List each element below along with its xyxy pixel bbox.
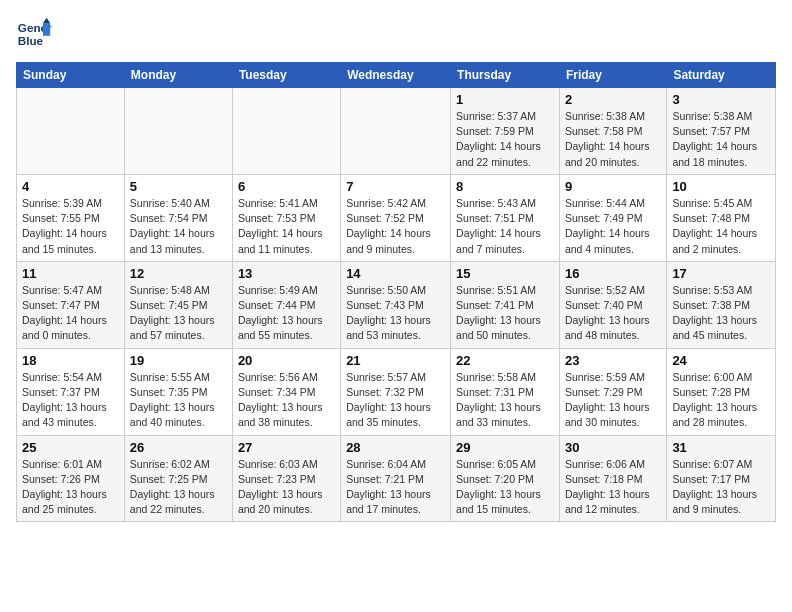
weekday-header-wednesday: Wednesday — [341, 63, 451, 88]
calendar-cell: 3Sunrise: 5:38 AM Sunset: 7:57 PM Daylig… — [667, 88, 776, 175]
logo-icon: General Blue — [16, 16, 52, 52]
calendar-cell: 2Sunrise: 5:38 AM Sunset: 7:58 PM Daylig… — [559, 88, 666, 175]
calendar-cell: 17Sunrise: 5:53 AM Sunset: 7:38 PM Dayli… — [667, 261, 776, 348]
day-number: 2 — [565, 92, 661, 107]
calendar-cell: 5Sunrise: 5:40 AM Sunset: 7:54 PM Daylig… — [124, 174, 232, 261]
day-number: 6 — [238, 179, 335, 194]
calendar-cell: 4Sunrise: 5:39 AM Sunset: 7:55 PM Daylig… — [17, 174, 125, 261]
calendar-cell: 22Sunrise: 5:58 AM Sunset: 7:31 PM Dayli… — [451, 348, 560, 435]
day-number: 17 — [672, 266, 770, 281]
calendar-cell: 25Sunrise: 6:01 AM Sunset: 7:26 PM Dayli… — [17, 435, 125, 522]
day-number: 29 — [456, 440, 554, 455]
calendar-cell: 15Sunrise: 5:51 AM Sunset: 7:41 PM Dayli… — [451, 261, 560, 348]
calendar-cell: 29Sunrise: 6:05 AM Sunset: 7:20 PM Dayli… — [451, 435, 560, 522]
day-info: Sunrise: 6:03 AM Sunset: 7:23 PM Dayligh… — [238, 457, 335, 518]
day-number: 8 — [456, 179, 554, 194]
day-number: 5 — [130, 179, 227, 194]
day-info: Sunrise: 5:38 AM Sunset: 7:57 PM Dayligh… — [672, 109, 770, 170]
header: General Blue — [16, 16, 776, 52]
day-number: 25 — [22, 440, 119, 455]
calendar-table: SundayMondayTuesdayWednesdayThursdayFrid… — [16, 62, 776, 522]
day-info: Sunrise: 6:06 AM Sunset: 7:18 PM Dayligh… — [565, 457, 661, 518]
calendar-cell — [341, 88, 451, 175]
day-info: Sunrise: 5:43 AM Sunset: 7:51 PM Dayligh… — [456, 196, 554, 257]
calendar-cell — [124, 88, 232, 175]
day-number: 22 — [456, 353, 554, 368]
day-info: Sunrise: 5:52 AM Sunset: 7:40 PM Dayligh… — [565, 283, 661, 344]
day-info: Sunrise: 5:57 AM Sunset: 7:32 PM Dayligh… — [346, 370, 445, 431]
weekday-header-friday: Friday — [559, 63, 666, 88]
day-info: Sunrise: 5:47 AM Sunset: 7:47 PM Dayligh… — [22, 283, 119, 344]
day-number: 26 — [130, 440, 227, 455]
day-number: 7 — [346, 179, 445, 194]
day-info: Sunrise: 5:59 AM Sunset: 7:29 PM Dayligh… — [565, 370, 661, 431]
calendar-cell: 26Sunrise: 6:02 AM Sunset: 7:25 PM Dayli… — [124, 435, 232, 522]
calendar-cell: 8Sunrise: 5:43 AM Sunset: 7:51 PM Daylig… — [451, 174, 560, 261]
svg-text:Blue: Blue — [18, 34, 44, 47]
day-info: Sunrise: 5:41 AM Sunset: 7:53 PM Dayligh… — [238, 196, 335, 257]
calendar-cell: 21Sunrise: 5:57 AM Sunset: 7:32 PM Dayli… — [341, 348, 451, 435]
day-number: 14 — [346, 266, 445, 281]
day-number: 1 — [456, 92, 554, 107]
day-info: Sunrise: 5:38 AM Sunset: 7:58 PM Dayligh… — [565, 109, 661, 170]
day-number: 27 — [238, 440, 335, 455]
day-number: 20 — [238, 353, 335, 368]
day-number: 18 — [22, 353, 119, 368]
day-info: Sunrise: 5:48 AM Sunset: 7:45 PM Dayligh… — [130, 283, 227, 344]
calendar-cell: 6Sunrise: 5:41 AM Sunset: 7:53 PM Daylig… — [232, 174, 340, 261]
calendar-cell: 16Sunrise: 5:52 AM Sunset: 7:40 PM Dayli… — [559, 261, 666, 348]
logo: General Blue — [16, 16, 52, 52]
day-info: Sunrise: 5:37 AM Sunset: 7:59 PM Dayligh… — [456, 109, 554, 170]
day-info: Sunrise: 5:45 AM Sunset: 7:48 PM Dayligh… — [672, 196, 770, 257]
day-number: 3 — [672, 92, 770, 107]
calendar-cell: 14Sunrise: 5:50 AM Sunset: 7:43 PM Dayli… — [341, 261, 451, 348]
calendar-cell: 7Sunrise: 5:42 AM Sunset: 7:52 PM Daylig… — [341, 174, 451, 261]
day-number: 13 — [238, 266, 335, 281]
day-number: 21 — [346, 353, 445, 368]
day-number: 9 — [565, 179, 661, 194]
calendar-cell: 20Sunrise: 5:56 AM Sunset: 7:34 PM Dayli… — [232, 348, 340, 435]
day-number: 12 — [130, 266, 227, 281]
day-info: Sunrise: 5:54 AM Sunset: 7:37 PM Dayligh… — [22, 370, 119, 431]
weekday-header-saturday: Saturday — [667, 63, 776, 88]
weekday-header-tuesday: Tuesday — [232, 63, 340, 88]
weekday-header-thursday: Thursday — [451, 63, 560, 88]
day-info: Sunrise: 6:02 AM Sunset: 7:25 PM Dayligh… — [130, 457, 227, 518]
calendar-cell: 1Sunrise: 5:37 AM Sunset: 7:59 PM Daylig… — [451, 88, 560, 175]
day-info: Sunrise: 6:01 AM Sunset: 7:26 PM Dayligh… — [22, 457, 119, 518]
svg-marker-2 — [43, 23, 50, 36]
day-number: 23 — [565, 353, 661, 368]
day-info: Sunrise: 5:50 AM Sunset: 7:43 PM Dayligh… — [346, 283, 445, 344]
weekday-header-monday: Monday — [124, 63, 232, 88]
day-info: Sunrise: 5:39 AM Sunset: 7:55 PM Dayligh… — [22, 196, 119, 257]
day-number: 11 — [22, 266, 119, 281]
calendar-cell: 27Sunrise: 6:03 AM Sunset: 7:23 PM Dayli… — [232, 435, 340, 522]
day-info: Sunrise: 5:44 AM Sunset: 7:49 PM Dayligh… — [565, 196, 661, 257]
day-info: Sunrise: 5:53 AM Sunset: 7:38 PM Dayligh… — [672, 283, 770, 344]
calendar-cell: 10Sunrise: 5:45 AM Sunset: 7:48 PM Dayli… — [667, 174, 776, 261]
day-number: 28 — [346, 440, 445, 455]
calendar-cell: 31Sunrise: 6:07 AM Sunset: 7:17 PM Dayli… — [667, 435, 776, 522]
day-info: Sunrise: 6:04 AM Sunset: 7:21 PM Dayligh… — [346, 457, 445, 518]
calendar-cell: 12Sunrise: 5:48 AM Sunset: 7:45 PM Dayli… — [124, 261, 232, 348]
day-info: Sunrise: 5:56 AM Sunset: 7:34 PM Dayligh… — [238, 370, 335, 431]
day-info: Sunrise: 5:58 AM Sunset: 7:31 PM Dayligh… — [456, 370, 554, 431]
calendar-cell — [17, 88, 125, 175]
calendar-cell: 13Sunrise: 5:49 AM Sunset: 7:44 PM Dayli… — [232, 261, 340, 348]
day-info: Sunrise: 6:07 AM Sunset: 7:17 PM Dayligh… — [672, 457, 770, 518]
weekday-header-sunday: Sunday — [17, 63, 125, 88]
day-info: Sunrise: 5:40 AM Sunset: 7:54 PM Dayligh… — [130, 196, 227, 257]
day-number: 24 — [672, 353, 770, 368]
day-info: Sunrise: 6:05 AM Sunset: 7:20 PM Dayligh… — [456, 457, 554, 518]
calendar-cell: 30Sunrise: 6:06 AM Sunset: 7:18 PM Dayli… — [559, 435, 666, 522]
calendar-cell: 24Sunrise: 6:00 AM Sunset: 7:28 PM Dayli… — [667, 348, 776, 435]
day-number: 15 — [456, 266, 554, 281]
calendar-cell: 9Sunrise: 5:44 AM Sunset: 7:49 PM Daylig… — [559, 174, 666, 261]
calendar-cell — [232, 88, 340, 175]
day-info: Sunrise: 5:51 AM Sunset: 7:41 PM Dayligh… — [456, 283, 554, 344]
day-info: Sunrise: 5:42 AM Sunset: 7:52 PM Dayligh… — [346, 196, 445, 257]
day-number: 16 — [565, 266, 661, 281]
calendar-cell: 28Sunrise: 6:04 AM Sunset: 7:21 PM Dayli… — [341, 435, 451, 522]
day-number: 31 — [672, 440, 770, 455]
day-info: Sunrise: 5:55 AM Sunset: 7:35 PM Dayligh… — [130, 370, 227, 431]
